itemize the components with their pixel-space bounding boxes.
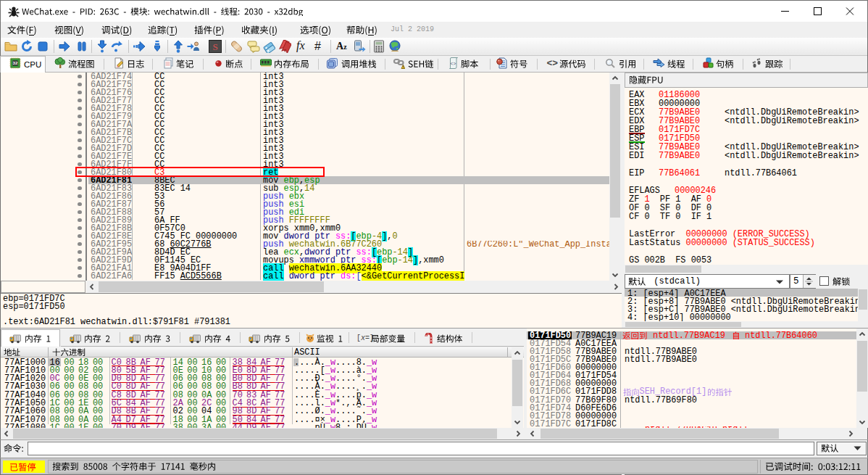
svg-text:<>: <>: [450, 62, 456, 67]
svg-text:S: S: [212, 41, 217, 52]
svg-text:32: 32: [12, 60, 17, 65]
